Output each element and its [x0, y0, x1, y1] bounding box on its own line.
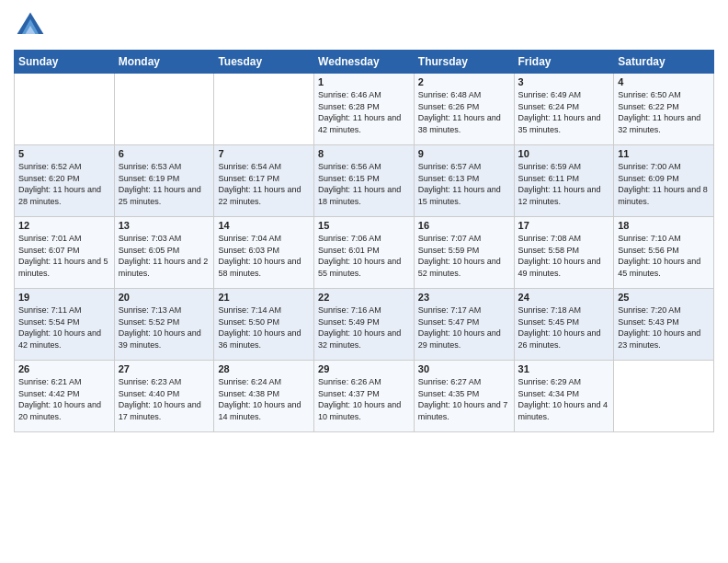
- day-info: Sunrise: 7:10 AM Sunset: 5:56 PM Dayligh…: [618, 233, 710, 279]
- day-cell: 10Sunrise: 6:59 AM Sunset: 6:11 PM Dayli…: [514, 145, 614, 217]
- col-header-thursday: Thursday: [414, 51, 514, 74]
- day-number: 11: [618, 148, 710, 159]
- day-info: Sunrise: 7:14 AM Sunset: 5:50 PM Dayligh…: [218, 304, 310, 350]
- day-info: Sunrise: 6:26 AM Sunset: 4:37 PM Dayligh…: [318, 376, 410, 422]
- page: SundayMondayTuesdayWednesdayThursdayFrid…: [0, 0, 728, 563]
- day-cell: 6Sunrise: 6:53 AM Sunset: 6:19 PM Daylig…: [114, 145, 214, 217]
- day-cell: 28Sunrise: 6:24 AM Sunset: 4:38 PM Dayli…: [214, 361, 314, 432]
- calendar-table: SundayMondayTuesdayWednesdayThursdayFrid…: [14, 50, 714, 432]
- day-cell: 19Sunrise: 7:11 AM Sunset: 5:54 PM Dayli…: [15, 289, 115, 361]
- day-number: 25: [618, 292, 710, 303]
- day-number: 15: [318, 220, 410, 231]
- day-cell: 18Sunrise: 7:10 AM Sunset: 5:56 PM Dayli…: [614, 217, 714, 289]
- day-info: Sunrise: 6:29 AM Sunset: 4:34 PM Dayligh…: [518, 376, 610, 422]
- day-number: 20: [119, 292, 210, 303]
- day-info: Sunrise: 7:17 AM Sunset: 5:47 PM Dayligh…: [418, 304, 510, 350]
- day-cell: 27Sunrise: 6:23 AM Sunset: 4:40 PM Dayli…: [114, 361, 214, 432]
- day-cell: 13Sunrise: 7:03 AM Sunset: 6:05 PM Dayli…: [114, 217, 214, 289]
- day-number: 21: [218, 292, 310, 303]
- day-info: Sunrise: 6:21 AM Sunset: 4:42 PM Dayligh…: [18, 376, 110, 422]
- day-info: Sunrise: 6:50 AM Sunset: 6:22 PM Dayligh…: [618, 89, 710, 135]
- day-info: Sunrise: 6:59 AM Sunset: 6:11 PM Dayligh…: [518, 161, 610, 207]
- day-number: 4: [618, 76, 710, 87]
- day-info: Sunrise: 7:03 AM Sunset: 6:05 PM Dayligh…: [119, 233, 210, 279]
- day-number: 1: [318, 76, 410, 87]
- day-cell: 4Sunrise: 6:50 AM Sunset: 6:22 PM Daylig…: [614, 74, 714, 145]
- day-cell: 7Sunrise: 6:54 AM Sunset: 6:17 PM Daylig…: [214, 145, 314, 217]
- day-info: Sunrise: 6:49 AM Sunset: 6:24 PM Dayligh…: [518, 89, 610, 135]
- day-cell: 9Sunrise: 6:57 AM Sunset: 6:13 PM Daylig…: [414, 145, 514, 217]
- day-cell: [15, 74, 115, 145]
- day-info: Sunrise: 7:04 AM Sunset: 6:03 PM Dayligh…: [218, 233, 310, 279]
- day-number: 18: [618, 220, 710, 231]
- day-number: 22: [318, 292, 410, 303]
- day-number: 12: [18, 220, 110, 231]
- day-info: Sunrise: 6:56 AM Sunset: 6:15 PM Dayligh…: [318, 161, 410, 207]
- col-header-wednesday: Wednesday: [314, 51, 415, 74]
- day-info: Sunrise: 6:23 AM Sunset: 4:40 PM Dayligh…: [119, 376, 210, 422]
- day-cell: [214, 74, 314, 145]
- day-info: Sunrise: 6:52 AM Sunset: 6:20 PM Dayligh…: [18, 161, 110, 207]
- day-cell: 30Sunrise: 6:27 AM Sunset: 4:35 PM Dayli…: [414, 361, 514, 432]
- day-info: Sunrise: 6:24 AM Sunset: 4:38 PM Dayligh…: [218, 376, 310, 422]
- day-cell: 16Sunrise: 7:07 AM Sunset: 5:59 PM Dayli…: [414, 217, 514, 289]
- day-number: 8: [318, 148, 410, 159]
- col-header-sunday: Sunday: [15, 51, 115, 74]
- day-cell: 11Sunrise: 7:00 AM Sunset: 6:09 PM Dayli…: [614, 145, 714, 217]
- week-row-2: 12Sunrise: 7:01 AM Sunset: 6:07 PM Dayli…: [15, 217, 714, 289]
- day-cell: 17Sunrise: 7:08 AM Sunset: 5:58 PM Dayli…: [514, 217, 614, 289]
- day-info: Sunrise: 7:01 AM Sunset: 6:07 PM Dayligh…: [18, 233, 110, 279]
- day-cell: 14Sunrise: 7:04 AM Sunset: 6:03 PM Dayli…: [214, 217, 314, 289]
- day-cell: [614, 361, 714, 432]
- day-number: 30: [418, 363, 510, 374]
- day-info: Sunrise: 7:06 AM Sunset: 6:01 PM Dayligh…: [318, 233, 410, 279]
- day-cell: 3Sunrise: 6:49 AM Sunset: 6:24 PM Daylig…: [514, 74, 614, 145]
- day-info: Sunrise: 6:46 AM Sunset: 6:28 PM Dayligh…: [318, 89, 410, 135]
- day-cell: [114, 74, 214, 145]
- day-number: 24: [518, 292, 610, 303]
- day-info: Sunrise: 7:16 AM Sunset: 5:49 PM Dayligh…: [318, 304, 410, 350]
- day-number: 7: [218, 148, 310, 159]
- day-info: Sunrise: 7:18 AM Sunset: 5:45 PM Dayligh…: [518, 304, 610, 350]
- day-info: Sunrise: 7:00 AM Sunset: 6:09 PM Dayligh…: [618, 161, 710, 207]
- col-header-friday: Friday: [514, 51, 614, 74]
- day-info: Sunrise: 6:53 AM Sunset: 6:19 PM Dayligh…: [119, 161, 210, 207]
- day-info: Sunrise: 7:11 AM Sunset: 5:54 PM Dayligh…: [18, 304, 110, 350]
- logo-icon: [14, 9, 47, 42]
- day-info: Sunrise: 6:27 AM Sunset: 4:35 PM Dayligh…: [418, 376, 510, 422]
- day-number: 17: [518, 220, 610, 231]
- day-info: Sunrise: 7:20 AM Sunset: 5:43 PM Dayligh…: [618, 304, 710, 350]
- day-cell: 25Sunrise: 7:20 AM Sunset: 5:43 PM Dayli…: [614, 289, 714, 361]
- day-info: Sunrise: 7:08 AM Sunset: 5:58 PM Dayligh…: [518, 233, 610, 279]
- day-number: 31: [518, 363, 610, 374]
- day-cell: 15Sunrise: 7:06 AM Sunset: 6:01 PM Dayli…: [314, 217, 415, 289]
- day-number: 27: [119, 363, 210, 374]
- day-number: 10: [518, 148, 610, 159]
- day-number: 5: [18, 148, 110, 159]
- week-row-1: 5Sunrise: 6:52 AM Sunset: 6:20 PM Daylig…: [15, 145, 714, 217]
- day-cell: 31Sunrise: 6:29 AM Sunset: 4:34 PM Dayli…: [514, 361, 614, 432]
- day-cell: 12Sunrise: 7:01 AM Sunset: 6:07 PM Dayli…: [15, 217, 115, 289]
- day-number: 28: [218, 363, 310, 374]
- day-cell: 24Sunrise: 7:18 AM Sunset: 5:45 PM Dayli…: [514, 289, 614, 361]
- day-cell: 23Sunrise: 7:17 AM Sunset: 5:47 PM Dayli…: [414, 289, 514, 361]
- logo: [14, 9, 51, 42]
- day-info: Sunrise: 7:13 AM Sunset: 5:52 PM Dayligh…: [119, 304, 210, 350]
- day-info: Sunrise: 7:07 AM Sunset: 5:59 PM Dayligh…: [418, 233, 510, 279]
- day-number: 23: [418, 292, 510, 303]
- day-info: Sunrise: 6:54 AM Sunset: 6:17 PM Dayligh…: [218, 161, 310, 207]
- day-info: Sunrise: 6:57 AM Sunset: 6:13 PM Dayligh…: [418, 161, 510, 207]
- day-cell: 22Sunrise: 7:16 AM Sunset: 5:49 PM Dayli…: [314, 289, 415, 361]
- col-header-monday: Monday: [114, 51, 214, 74]
- day-number: 29: [318, 363, 410, 374]
- header: [14, 9, 714, 42]
- day-number: 26: [18, 363, 110, 374]
- day-cell: 1Sunrise: 6:46 AM Sunset: 6:28 PM Daylig…: [314, 74, 415, 145]
- day-cell: 5Sunrise: 6:52 AM Sunset: 6:20 PM Daylig…: [15, 145, 115, 217]
- day-cell: 29Sunrise: 6:26 AM Sunset: 4:37 PM Dayli…: [314, 361, 415, 432]
- day-number: 13: [119, 220, 210, 231]
- week-row-3: 19Sunrise: 7:11 AM Sunset: 5:54 PM Dayli…: [15, 289, 714, 361]
- day-cell: 20Sunrise: 7:13 AM Sunset: 5:52 PM Dayli…: [114, 289, 214, 361]
- day-number: 9: [418, 148, 510, 159]
- day-cell: 2Sunrise: 6:48 AM Sunset: 6:26 PM Daylig…: [414, 74, 514, 145]
